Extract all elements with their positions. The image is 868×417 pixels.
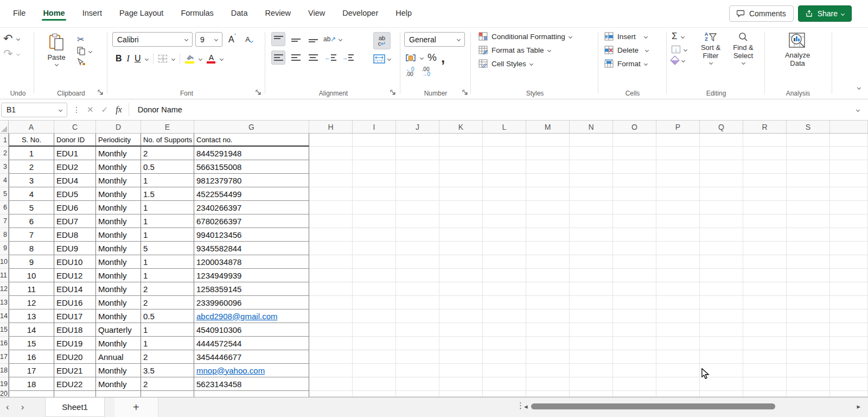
share-button[interactable]: Share	[798, 5, 852, 22]
cell[interactable]	[656, 337, 700, 350]
cell[interactable]	[743, 364, 787, 377]
header-cell[interactable]	[570, 134, 613, 147]
increase-decimal-button[interactable]: ←0.00	[406, 67, 414, 77]
merge-center-dropdown-icon[interactable]	[387, 57, 391, 61]
cell[interactable]	[830, 323, 868, 337]
cell[interactable]	[830, 228, 868, 242]
cell[interactable]	[787, 160, 830, 174]
cell[interactable]: 2	[141, 350, 194, 364]
column-header-A[interactable]: A	[9, 121, 54, 133]
cell[interactable]: 5	[141, 242, 194, 255]
find-select-dropdown-icon[interactable]	[741, 61, 745, 65]
cell[interactable]: 9940123456	[194, 228, 309, 242]
cell[interactable]	[613, 364, 656, 377]
cell[interactable]	[309, 364, 353, 377]
cell[interactable]	[743, 282, 787, 296]
cell[interactable]: EDU2	[54, 160, 96, 174]
cell[interactable]	[309, 201, 353, 214]
cell[interactable]: 2	[141, 377, 194, 391]
cell[interactable]: Monthly	[96, 147, 141, 160]
cell[interactable]	[526, 282, 570, 296]
cell[interactable]	[743, 242, 787, 255]
tab-file[interactable]: File	[5, 5, 33, 22]
header-cell[interactable]	[309, 134, 353, 147]
row-header-3[interactable]: 3	[0, 160, 9, 174]
row-header-13[interactable]: 13	[0, 296, 9, 309]
cell[interactable]	[613, 350, 656, 364]
cell[interactable]: 0.5	[141, 160, 194, 174]
percent-style-button[interactable]: %	[427, 52, 437, 64]
cell[interactable]	[309, 160, 353, 174]
cell[interactable]	[483, 228, 526, 242]
row-header-20[interactable]: 20	[0, 391, 9, 397]
sort-filter-dropdown-icon[interactable]	[709, 61, 712, 65]
cell[interactable]: EDU12	[54, 269, 96, 282]
font-color-button[interactable]: A	[207, 54, 215, 64]
cell[interactable]	[570, 228, 613, 242]
cell[interactable]: 2339960096	[194, 296, 309, 309]
cell[interactable]	[353, 228, 396, 242]
cell[interactable]: Monthly	[96, 214, 141, 228]
cell[interactable]	[194, 391, 309, 397]
cell[interactable]	[396, 337, 439, 350]
number-dialog-launcher[interactable]	[462, 89, 469, 96]
cell[interactable]	[570, 201, 613, 214]
cell[interactable]: EDU21	[54, 364, 96, 377]
header-cell[interactable]: No. of Supports	[141, 134, 194, 147]
cell[interactable]	[700, 187, 743, 201]
paste-button[interactable]: Paste	[42, 31, 71, 68]
cell[interactable]	[396, 309, 439, 323]
row-header-7[interactable]: 7	[0, 214, 9, 228]
cell[interactable]: 1	[141, 174, 194, 187]
cell[interactable]	[483, 323, 526, 337]
new-sheet-button[interactable]: +	[114, 397, 158, 417]
cell[interactable]	[54, 391, 96, 397]
comments-button[interactable]: Comments	[729, 5, 794, 22]
cell[interactable]	[353, 350, 396, 364]
cell[interactable]	[396, 377, 439, 391]
cell[interactable]	[439, 377, 483, 391]
cell[interactable]	[526, 377, 570, 391]
cell[interactable]: EDU22	[54, 377, 96, 391]
cell[interactable]: 1	[141, 269, 194, 282]
row-header-16[interactable]: 16	[0, 337, 9, 350]
cell[interactable]: EDU18	[54, 323, 96, 337]
cell[interactable]	[787, 255, 830, 269]
cell[interactable]	[526, 147, 570, 160]
cell[interactable]	[526, 309, 570, 323]
cell[interactable]	[526, 323, 570, 337]
cell[interactable]: 1.5	[141, 187, 194, 201]
row-header-1[interactable]: 1	[0, 134, 9, 147]
cell[interactable]	[570, 160, 613, 174]
cell[interactable]	[613, 282, 656, 296]
column-header-J[interactable]: J	[396, 121, 439, 133]
cell[interactable]: 5663155008	[194, 160, 309, 174]
shrink-font-button[interactable]: A	[242, 33, 256, 47]
formula-input[interactable]: Donor Name	[138, 105, 857, 114]
header-cell[interactable]	[613, 134, 656, 147]
cell[interactable]	[656, 228, 700, 242]
cell[interactable]: EDU5	[54, 187, 96, 201]
cell[interactable]	[353, 323, 396, 337]
cell[interactable]	[526, 160, 570, 174]
select-all-corner[interactable]	[0, 121, 9, 133]
cell[interactable]	[353, 269, 396, 282]
cell[interactable]: 6	[9, 214, 54, 228]
column-header-P[interactable]: P	[656, 121, 700, 133]
format-cells-button[interactable]: Format	[604, 59, 665, 68]
cell[interactable]: mnop@yahoo.com	[194, 364, 309, 377]
cell[interactable]	[309, 174, 353, 187]
cell[interactable]	[700, 255, 743, 269]
cell[interactable]: 2	[9, 160, 54, 174]
cell[interactable]	[656, 323, 700, 337]
cell[interactable]: 14	[9, 323, 54, 337]
cell[interactable]: 1258359145	[194, 282, 309, 296]
cell[interactable]: 1	[141, 337, 194, 350]
cell[interactable]: Quarterly	[96, 323, 141, 337]
cell[interactable]	[483, 377, 526, 391]
next-sheet-button[interactable]: ›	[15, 402, 30, 413]
cell[interactable]	[396, 296, 439, 309]
fill-color-dropdown-icon[interactable]	[199, 56, 202, 60]
bold-button[interactable]: B	[116, 54, 122, 64]
cell[interactable]	[700, 228, 743, 242]
